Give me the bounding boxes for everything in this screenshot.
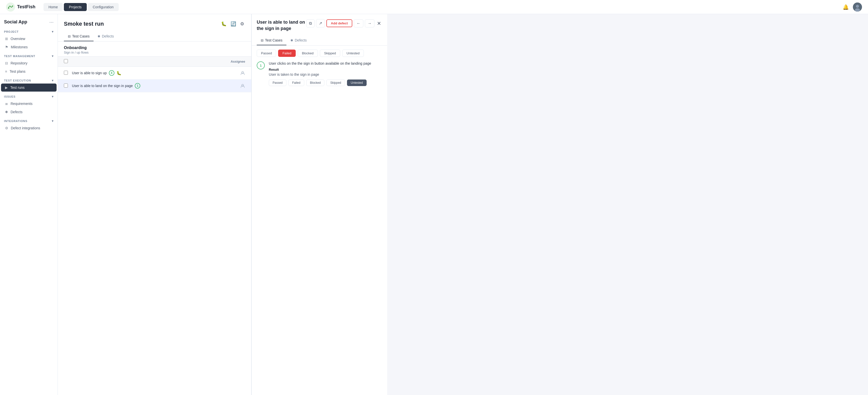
status-untested-button[interactable]: Untested	[342, 50, 364, 57]
sidebar-item-requirements[interactable]: ≣ Requirements	[1, 100, 57, 108]
test-runs-icon: ▶	[5, 86, 8, 90]
app-name: TestFish	[17, 4, 35, 9]
detail-header-actions: ⧉ ↗ Add defect ← → ✕	[306, 19, 382, 27]
step-skipped-button[interactable]: Skipped	[327, 80, 345, 86]
step-container: 1 User clicks on the the sign in button …	[252, 59, 387, 90]
nav-right: 🔔	[843, 2, 862, 11]
status-blocked-button[interactable]: Blocked	[298, 50, 318, 57]
tc1-checkbox-col	[64, 71, 72, 75]
step-untested-button[interactable]: Untested	[347, 80, 367, 86]
tab-test-cases[interactable]: ⊟ Test Cases	[64, 32, 94, 41]
detail-tabs: ⊟ Test Cases ✱ Defects	[257, 36, 382, 45]
chevron-down-icon: ▾	[52, 30, 54, 33]
step-content: User clicks on the the sign in button av…	[269, 61, 382, 86]
header-checkbox-col	[64, 59, 72, 64]
step-description: User clicks on the the sign in button av…	[269, 61, 382, 66]
tc2-checkbox-col	[64, 84, 72, 88]
logo: TestFish	[6, 2, 35, 11]
sidebar-item-defects[interactable]: ✱ Defects	[1, 108, 57, 116]
external-link-icon-button[interactable]: ↗	[316, 19, 325, 27]
status-buttons-row: Passed Failed Blocked Skipped Untested	[252, 45, 387, 59]
repository-icon: ⊟	[5, 61, 8, 65]
table-row[interactable]: User is able to land on the sign in page…	[58, 80, 251, 92]
step-result-value: User is taken to the sign in page	[269, 72, 382, 77]
step-row: 1 User clicks on the the sign in button …	[257, 61, 382, 86]
nav-links: Home Projects Configuration	[43, 3, 119, 11]
detail-title: User is able to land on the sign in page	[257, 19, 306, 32]
test-run-tabs: ⊟ Test Cases ✱ Defects	[64, 32, 245, 41]
defect-integrations-icon: ⚙	[5, 126, 8, 130]
defects-icon: ✱	[5, 110, 8, 114]
sidebar-item-overview[interactable]: ⊞ Overview	[1, 35, 57, 43]
close-button[interactable]: ✕	[376, 19, 382, 27]
section-subtitle: Sign in / up flows	[64, 51, 245, 54]
test-run-title-row: Smoke test run 🐛 🔄 ⚙	[64, 20, 245, 28]
step-failed-button[interactable]: Failed	[288, 80, 304, 86]
sidebar-item-repository[interactable]: ⊟ Repository	[1, 59, 57, 67]
nav-configuration[interactable]: Configuration	[88, 3, 119, 11]
section-label-project: PROJECT ▾	[4, 30, 54, 33]
tc2-badge: 1	[135, 83, 140, 89]
add-defect-button[interactable]: Add defect	[327, 19, 352, 27]
section-header: Onboarding Sign in / up flows	[58, 41, 251, 56]
arrow-left-icon-button[interactable]: ←	[354, 19, 363, 27]
header-assignee: Assignee	[72, 60, 245, 63]
test-plans-icon: ≡	[5, 69, 7, 73]
step-passed-button[interactable]: Passed	[269, 80, 286, 86]
svg-point-2	[12, 5, 13, 6]
arrow-right-icon-button[interactable]: →	[365, 19, 374, 27]
svg-point-4	[856, 5, 859, 8]
tc1-checkbox[interactable]	[64, 71, 68, 75]
test-cases-content: Onboarding Sign in / up flows Assignee U	[58, 41, 251, 92]
sidebar-item-test-runs[interactable]: ▶ Test runs	[1, 84, 57, 92]
section-title: Onboarding	[64, 45, 245, 50]
sidebar-section-test-management: TEST MANAGEMENT ▾	[0, 51, 58, 59]
milestones-icon: ⚑	[5, 45, 8, 49]
project-name: Social App	[4, 19, 27, 25]
select-all-checkbox[interactable]	[64, 59, 68, 63]
notification-bell-icon[interactable]: 🔔	[843, 4, 849, 10]
sidebar-item-defect-integrations[interactable]: ⚙ Defect integrations	[1, 124, 57, 132]
detail-title-row: User is able to land on the sign in page…	[257, 19, 382, 32]
sidebar-item-test-plans[interactable]: ≡ Test plans	[1, 67, 57, 75]
tc2-assignee	[237, 83, 245, 88]
tc2-checkbox[interactable]	[64, 84, 68, 88]
tab-defects[interactable]: ✱ Defects	[94, 32, 118, 41]
chevron-down-icon-2: ▾	[52, 54, 54, 58]
panels-row: Smoke test run 🐛 🔄 ⚙ ⊟ Test Cases ✱ Defe…	[58, 14, 868, 395]
step-result-label: Result	[269, 68, 382, 71]
sidebar-project: Social App ···	[0, 14, 58, 27]
step-blocked-button[interactable]: Blocked	[306, 80, 324, 86]
sidebar: Social App ··· PROJECT ▾ ⊞ Overview ⚑ Mi…	[0, 14, 58, 395]
nav-projects[interactable]: Projects	[64, 3, 87, 11]
chevron-down-icon-5: ▾	[52, 119, 54, 123]
sidebar-section-test-execution: TEST EXECUTION ▾	[0, 76, 58, 83]
table-row[interactable]: User is able to sign up 4 🐛	[58, 67, 251, 80]
status-skipped-button[interactable]: Skipped	[320, 50, 340, 57]
tc1-badge: 4	[109, 70, 115, 76]
test-run-actions: 🐛 🔄 ⚙	[220, 20, 245, 28]
tc1-name: User is able to sign up 4 🐛	[72, 70, 237, 76]
status-passed-button[interactable]: Passed	[257, 50, 276, 57]
status-failed-button[interactable]: Failed	[278, 50, 296, 57]
section-label-test-management: TEST MANAGEMENT ▾	[4, 54, 54, 58]
settings-icon-button[interactable]: ⚙	[239, 20, 245, 28]
requirements-icon: ≣	[5, 102, 8, 106]
sidebar-section-issues: ISSUES ▾	[0, 92, 58, 99]
sidebar-item-milestones[interactable]: ⚑ Milestones	[1, 43, 57, 51]
section-label-integrations: INTEGRATIONS ▾	[4, 119, 54, 123]
bug-icon-button[interactable]: 🐛	[220, 20, 227, 28]
user-avatar[interactable]	[853, 2, 862, 11]
refresh-icon-button[interactable]: 🔄	[229, 20, 237, 28]
svg-point-1	[8, 7, 9, 8]
copy-icon-button[interactable]: ⧉	[306, 19, 315, 27]
nav-home[interactable]: Home	[43, 3, 63, 11]
tc1-assignee	[237, 70, 245, 75]
top-navigation: TestFish Home Projects Configuration 🔔	[0, 0, 868, 14]
detail-tab-test-cases[interactable]: ⊟ Test Cases	[257, 36, 286, 45]
detail-test-cases-tab-icon: ⊟	[261, 38, 264, 42]
sidebar-more-button[interactable]: ···	[49, 19, 54, 25]
detail-tab-defects[interactable]: ✱ Defects	[286, 36, 311, 45]
defects-tab-icon: ✱	[98, 34, 100, 38]
step-number: 1	[257, 61, 265, 69]
